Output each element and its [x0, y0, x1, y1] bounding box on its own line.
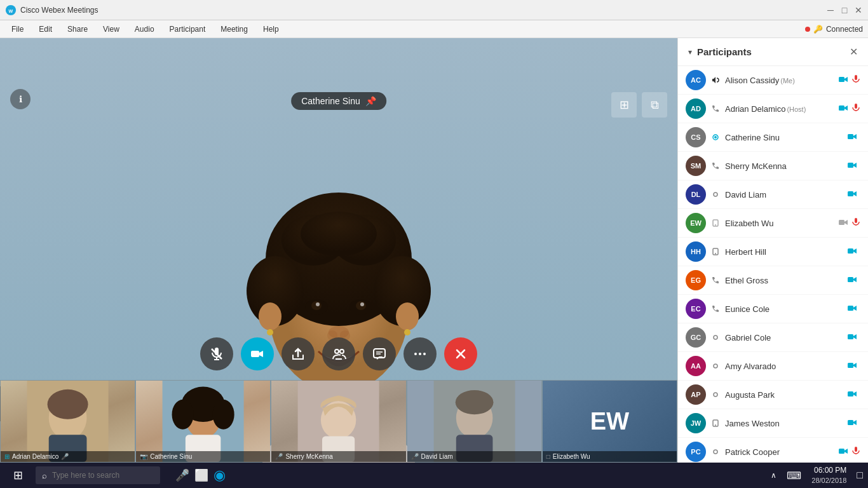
video-area: ℹ Catherine Sinu 📌 ⊞ ⧉ [0, 38, 677, 463]
participant-row[interactable]: EC Eunice Cole [678, 295, 868, 323]
video-button[interactable] [241, 337, 274, 370]
menu-help[interactable]: Help [257, 22, 285, 36]
search-input[interactable] [52, 471, 154, 480]
participant-controls [847, 160, 860, 172]
participant-avatar: JW [686, 413, 706, 433]
participant-row[interactable]: AC Alison Cassidy(Me) [678, 66, 868, 95]
menu-file[interactable]: File [5, 22, 30, 36]
participant-video-icon [847, 417, 857, 429]
svg-point-88 [714, 450, 717, 454]
participant-row[interactable]: AP Augusta Park [678, 381, 868, 409]
participant-name: Patrick Cooper [725, 447, 833, 457]
menu-share[interactable]: Share [61, 22, 94, 36]
participant-controls [838, 103, 860, 114]
thumbnail-sherry[interactable]: 🎤 Sherry McKenna [271, 380, 406, 463]
svg-point-36 [419, 353, 421, 355]
cisco-logo-icon: W [5, 4, 17, 16]
participant-controls [847, 332, 860, 343]
participant-row[interactable]: SM Sherry McKenna [678, 152, 868, 180]
participant-video-icon [847, 189, 857, 200]
participant-avatar: HH [686, 241, 706, 262]
menu-audio[interactable]: Audio [128, 22, 161, 36]
svg-point-11 [259, 302, 281, 330]
participant-controls [838, 74, 860, 86]
thumbnail-label-elizabeth: □ Elizabeth Wu [543, 451, 677, 462]
participant-name: Ethel Gross [725, 276, 842, 285]
layout-button[interactable]: ⊞ [611, 92, 637, 118]
participant-row[interactable]: CS Catherine Sinu [678, 123, 868, 152]
participant-audio-status [711, 76, 720, 85]
participant-avatar: DL [686, 184, 706, 205]
participant-row[interactable]: EW Elizabeth Wu [678, 209, 868, 238]
thumb-audio-icon-sherry: 🎤 [275, 453, 283, 460]
pin-icon: 📌 [365, 96, 376, 106]
svg-point-31 [340, 349, 344, 353]
more-button[interactable] [403, 337, 437, 370]
participant-video-icon [838, 103, 848, 114]
participant-row[interactable]: DL David Liam [678, 180, 868, 209]
mute-button[interactable] [200, 337, 233, 370]
menu-edit[interactable]: Edit [32, 22, 58, 36]
chat-button[interactable] [363, 337, 396, 370]
menu-view[interactable]: View [97, 22, 126, 36]
share-button[interactable] [281, 337, 315, 370]
thumbnail-catherine[interactable]: 📷 Catherine Sinu [135, 380, 271, 463]
menu-meeting[interactable]: Meeting [214, 22, 254, 36]
keyboard-icon: ⌨ [787, 470, 801, 482]
thumbnail-label-catherine: 📷 Catherine Sinu [136, 451, 270, 462]
close-button[interactable]: ✕ [854, 6, 863, 15]
thumbnail-label-adrian: ⊞ Adrian Delamico 🎤 [1, 451, 135, 462]
menu-participant[interactable]: Participant [163, 22, 212, 36]
participant-row[interactable]: AA Amy Alvarado [678, 352, 868, 381]
taskbar-clock: 06:00 PM 28/02/2018 [811, 465, 846, 485]
svg-rect-60 [839, 105, 844, 111]
system-tray-up-icon[interactable]: ∧ [771, 471, 776, 480]
participant-controls [838, 217, 860, 229]
participant-avatar: AA [686, 356, 706, 376]
participants-button[interactable] [322, 337, 355, 370]
end-call-button[interactable] [444, 337, 477, 370]
panel-close-button[interactable]: ✕ [850, 46, 858, 58]
participant-audio-status [711, 161, 720, 170]
search-bar[interactable]: ⌕ [36, 466, 160, 484]
notification-icon[interactable]: □ [857, 470, 863, 481]
svg-rect-68 [848, 191, 853, 196]
svg-point-55 [455, 390, 493, 414]
maximize-button[interactable]: □ [840, 6, 849, 15]
svg-point-86 [715, 424, 716, 426]
participant-controls [838, 446, 860, 458]
svg-rect-32 [374, 349, 385, 358]
participant-avatar: CS [686, 127, 706, 147]
thumbnail-elizabeth[interactable]: EW □ Elizabeth Wu [542, 380, 677, 463]
thumb-audio-icon-david: 🎤 [411, 453, 419, 460]
svg-point-79 [714, 336, 717, 339]
participant-row[interactable]: EG Ethel Gross [678, 266, 868, 295]
info-button[interactable]: ℹ [10, 89, 31, 109]
start-button[interactable]: ⊞ [5, 463, 31, 488]
participant-row[interactable]: AD Adrian Delamico(Host) [678, 95, 868, 123]
screen-share-button[interactable]: ⧉ [642, 92, 667, 118]
participant-controls [847, 274, 860, 286]
participant-audio-status [711, 419, 720, 428]
participant-row[interactable]: GC Gabriel Cole [678, 323, 868, 352]
svg-rect-82 [848, 363, 853, 368]
participant-row[interactable]: PC Patrick Cooper [678, 438, 868, 463]
participant-avatar: PC [686, 442, 706, 462]
panel-chevron-icon: ▾ [688, 48, 692, 57]
thumbnail-david[interactable]: 🎤 David Liam [407, 380, 542, 463]
thumbnail-label-david: 🎤 David Liam [407, 451, 541, 462]
minimize-button[interactable]: ─ [826, 6, 835, 15]
participant-avatar: AC [686, 70, 706, 90]
participant-audio-status [711, 104, 720, 113]
participant-video-icon [847, 132, 857, 143]
svg-rect-71 [839, 220, 844, 225]
svg-point-18 [360, 302, 364, 306]
participant-row[interactable]: JW James Weston [678, 409, 868, 438]
participant-name: Augusta Park [725, 390, 842, 400]
svg-rect-78 [848, 306, 853, 311]
participant-avatar: AD [686, 98, 706, 119]
participant-audio-status [711, 390, 720, 399]
thumbnail-adrian[interactable]: ⊞ Adrian Delamico 🎤 [0, 380, 135, 463]
network-icon: ◉ [214, 467, 226, 484]
participant-row[interactable]: HH Herbert Hill [678, 238, 868, 266]
